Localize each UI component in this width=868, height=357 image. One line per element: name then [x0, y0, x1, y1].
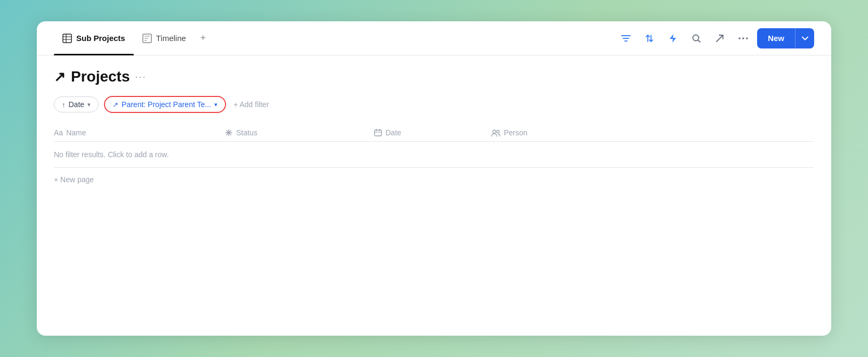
date-filter-label: Date [69, 100, 85, 109]
empty-state[interactable]: No filter results. Click to add a row. [54, 142, 814, 168]
new-page-row[interactable]: + New page [54, 168, 814, 191]
parent-filter-pill[interactable]: ↗ Parent: Project Parent Te... ▾ [104, 96, 226, 113]
add-tab-button[interactable]: + [195, 30, 212, 47]
tab-sub-projects-label: Sub Projects [76, 34, 125, 43]
add-filter-label: + Add filter [234, 100, 269, 109]
main-card: Sub Projects Timeline + [37, 21, 831, 336]
name-col-label: Name [66, 128, 86, 137]
svg-point-11 [693, 35, 699, 40]
new-button-chevron[interactable] [795, 28, 814, 48]
table-icon [62, 33, 72, 43]
tab-bar: Sub Projects Timeline + [37, 21, 831, 55]
svg-point-15 [746, 37, 748, 39]
tab-sub-projects[interactable]: Sub Projects [54, 21, 134, 55]
filter-button[interactable] [616, 29, 636, 48]
more-button[interactable] [734, 29, 753, 48]
parent-filter-chevron-icon: ▾ [214, 101, 218, 108]
filters-row: ↑ Date ▾ ↗ Parent: Project Parent Te... … [54, 96, 814, 113]
svg-point-24 [493, 130, 496, 133]
date-col-icon [374, 128, 382, 137]
col-header-person: Person [491, 128, 814, 137]
new-page-label: + New page [54, 175, 94, 184]
svg-rect-20 [375, 130, 382, 136]
person-col-icon [491, 128, 501, 137]
status-col-icon [224, 128, 233, 137]
page-title: Projects [71, 68, 130, 85]
page-title-arrow-icon: ↗ [54, 69, 66, 85]
parent-filter-link-icon: ↗ [112, 101, 118, 109]
page-title-more-button[interactable]: ··· [135, 71, 147, 83]
date-col-label: Date [385, 128, 401, 137]
bolt-button[interactable] [663, 29, 682, 48]
empty-state-text: No filter results. Click to add a row. [54, 150, 169, 159]
toolbar-actions: New [616, 28, 814, 48]
col-header-status: Status [224, 128, 374, 137]
col-header-date: Date [374, 128, 491, 137]
main-content: ↗ Projects ··· ↑ Date ▾ ↗ Parent: Projec… [37, 55, 831, 336]
svg-point-25 [497, 130, 500, 133]
new-button-group: New [757, 28, 814, 48]
status-col-label: Status [236, 128, 258, 137]
page-title-row: ↗ Projects ··· [54, 68, 814, 85]
add-filter-button[interactable]: + Add filter [231, 97, 271, 112]
col-header-name: Aa Name [54, 128, 224, 137]
name-col-icon: Aa [54, 128, 63, 137]
parent-filter-label: Parent: Project Parent Te... [122, 100, 211, 109]
svg-line-12 [698, 40, 701, 42]
person-col-label: Person [504, 128, 527, 137]
search-button[interactable] [687, 29, 706, 48]
svg-point-13 [738, 37, 741, 39]
table-header: Aa Name Status Date [54, 124, 814, 142]
new-button[interactable]: New [757, 28, 795, 48]
svg-rect-0 [63, 34, 71, 43]
sort-button[interactable] [640, 29, 659, 48]
date-filter-sort-icon: ↑ [62, 101, 66, 109]
plus-icon: + [200, 33, 206, 44]
link-button[interactable] [710, 29, 729, 48]
tab-timeline[interactable]: Timeline [134, 21, 195, 55]
svg-point-14 [742, 37, 744, 39]
timeline-icon [142, 33, 152, 43]
date-filter-chevron-icon: ▾ [87, 101, 91, 108]
tab-timeline-label: Timeline [156, 34, 186, 43]
date-filter-pill[interactable]: ↑ Date ▾ [54, 96, 99, 112]
new-button-label: New [768, 34, 784, 43]
